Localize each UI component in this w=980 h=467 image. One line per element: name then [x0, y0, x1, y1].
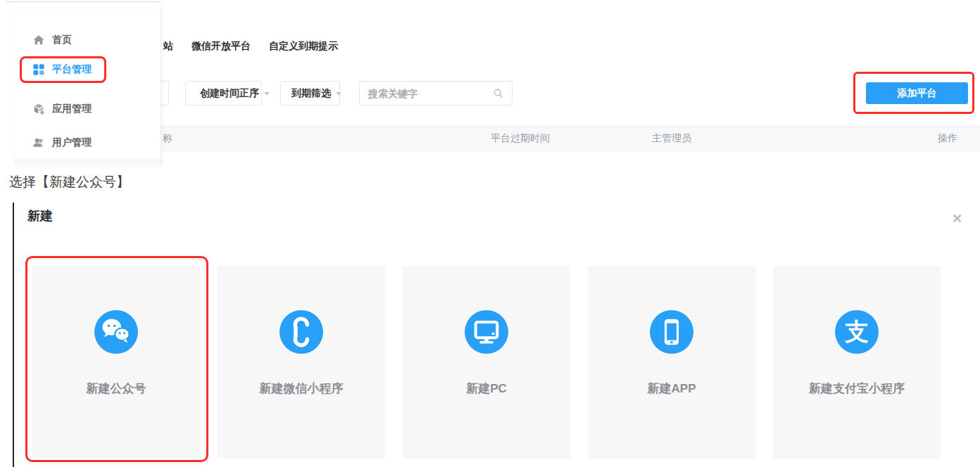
add-platform-button[interactable]: 添加平台 [866, 82, 968, 104]
sidebar-item-home[interactable]: 首页 [14, 27, 161, 53]
sort-order-label: 创建时间正序 [200, 87, 259, 100]
chevron-down-icon [264, 92, 270, 96]
card-new-app[interactable]: 新建APP [588, 266, 755, 459]
alipay-icon: 支 [835, 310, 879, 354]
page: 站 微信开放平台 自定义到期提示 创建时间正序 到期筛选 添加平台 称 平台过期… [0, 0, 980, 467]
table-header-row: 称 平台过期时间 主管理员 操作 [161, 125, 980, 151]
sidebar: 首页 [14, 9, 161, 164]
close-icon[interactable]: ✕ [952, 212, 962, 226]
search-box [359, 81, 513, 105]
card-new-official-account[interactable]: 新建公众号 [32, 266, 200, 459]
tab-custom-expire-tip[interactable]: 自定义到期提示 [269, 39, 338, 53]
card-label: 新建支付宝小程序 [773, 380, 941, 397]
column-header-admin: 主管理员 [619, 125, 724, 151]
expire-filter-label: 到期筛选 [291, 87, 331, 100]
sidebar-item-label: 首页 [52, 34, 72, 46]
column-header-expire-time: 平台过期时间 [464, 125, 577, 151]
tab-site[interactable]: 站 [163, 39, 173, 53]
sidebar-item-user-management[interactable]: 用户管理 [14, 130, 161, 155]
sidebar-item-label: 应用管理 [52, 103, 92, 115]
screenshot-left-border [13, 203, 14, 467]
instruction-text: 选择【新建公众号】 [9, 173, 130, 191]
users-icon [32, 136, 46, 150]
search-input[interactable] [368, 88, 481, 99]
tab-wechat-open-platform[interactable]: 微信开放平台 [191, 39, 251, 53]
application-icon [32, 102, 46, 116]
wechat-miniprogram-icon [279, 310, 323, 354]
alipay-glyph: 支 [845, 319, 869, 343]
cropped-top-divider [6, 1, 161, 2]
expire-filter-dropdown[interactable]: 到期筛选 [280, 81, 340, 105]
column-header-name-partial: 称 [163, 125, 172, 151]
tab-bar: 站 微信开放平台 自定义到期提示 [163, 39, 338, 53]
wechat-icon [94, 310, 138, 354]
sidebar-item-label: 平台管理 [52, 63, 92, 76]
chevron-down-icon [336, 92, 341, 96]
card-new-alipay-miniprogram[interactable]: 支 新建支付宝小程序 [773, 266, 941, 459]
card-label: 新建PC [403, 380, 570, 397]
search-icon[interactable] [493, 88, 503, 98]
card-label: 新建微信小程序 [218, 380, 385, 397]
platform-icon [32, 63, 46, 77]
card-label: 新建APP [588, 380, 755, 397]
sidebar-item-platform-management[interactable]: 平台管理 [14, 57, 161, 82]
app-icon [650, 310, 693, 354]
sidebar-item-label: 用户管理 [52, 136, 92, 149]
sidebar-footer-strip [14, 158, 161, 164]
home-icon [32, 33, 46, 47]
modal-title: 新建 [27, 207, 53, 224]
sidebar-item-application-management[interactable]: 应用管理 [14, 96, 161, 122]
card-new-pc[interactable]: 新建PC [403, 266, 570, 459]
column-header-actions: 操作 [938, 125, 957, 151]
pc-icon [465, 310, 508, 354]
card-new-wechat-miniprogram[interactable]: 新建微信小程序 [218, 266, 385, 459]
card-label: 新建公众号 [32, 380, 200, 397]
sort-order-dropdown[interactable]: 创建时间正序 [185, 81, 262, 105]
